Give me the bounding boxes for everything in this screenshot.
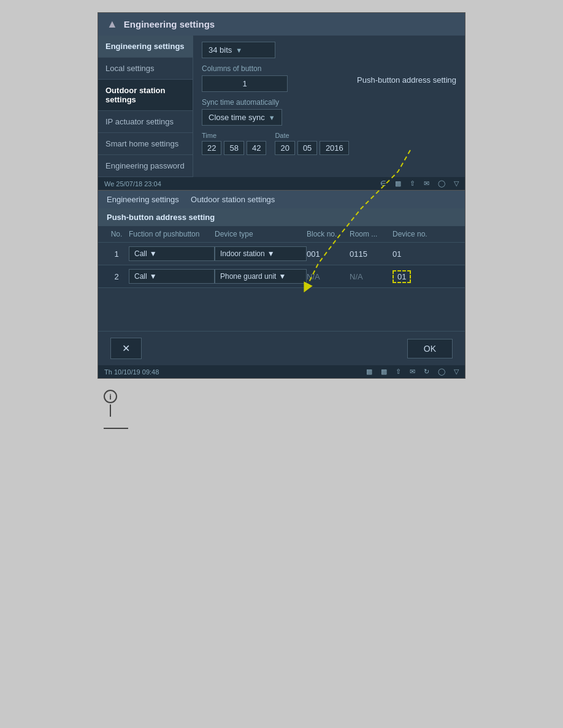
bits-value: 34 bits	[209, 45, 232, 55]
push-button-label: Push-button address setting	[357, 75, 456, 85]
table-header: No. Fuction of pushbutton Device type Bl…	[98, 226, 465, 243]
breadcrumb-1: Engineering settings	[107, 195, 179, 204]
breadcrumb-2: Outdoor station settings	[191, 195, 275, 204]
upload-icon: ⇧	[410, 180, 415, 188]
info-icon-area: i	[104, 390, 117, 417]
mail-icon: ✉	[424, 180, 429, 188]
info-icon: i	[104, 390, 117, 403]
row2-devno-highlighted[interactable]: 01	[393, 270, 411, 283]
sync-label: Sync time automatically	[202, 98, 456, 107]
nav-eng-password[interactable]: Engineering password	[98, 155, 193, 177]
sync-arrow-icon: ▼	[269, 114, 275, 121]
row1-func-val: Call	[134, 249, 147, 258]
time-sec[interactable]: 42	[247, 141, 266, 155]
row1-room: 0115	[350, 249, 393, 259]
row2-room: N/A	[350, 272, 393, 281]
row2-devtype: Phone guard unit ▼	[215, 269, 307, 284]
bits-dropdown[interactable]: 34 bits ▼	[202, 42, 275, 58]
row1-devtype-arrow: ▼	[267, 249, 275, 258]
row1-func-dropdown[interactable]: Call ▼	[129, 246, 215, 261]
upload-icon: ⇧	[396, 368, 401, 376]
breadcrumb: Engineering settings Outdoor station set…	[98, 191, 465, 208]
row1-no: 1	[104, 249, 129, 259]
row2-block: N/A	[307, 272, 350, 281]
time-min[interactable]: 58	[224, 141, 243, 155]
horizontal-rule	[104, 428, 128, 429]
row2-func-arrow: ▼	[150, 272, 157, 281]
bottom-status-icons: ▩ ▩ ⇧ ✉ ↻ ◯ ▽	[366, 368, 459, 376]
row1-devtype-dropdown[interactable]: Indoor station ▼	[215, 246, 307, 261]
columns-field-row: Columns of button Push-button address se…	[202, 64, 456, 92]
time-hour[interactable]: 22	[202, 141, 221, 155]
bell-icon: ▽	[454, 180, 459, 188]
bottom-panel: Engineering settings Outdoor station set…	[98, 191, 465, 379]
breadcrumb-sep	[183, 195, 187, 204]
sync-dropdown[interactable]: Close time sync ▼	[202, 109, 282, 126]
top-status-icons: ∈ ▩ ⇧ ✉ ◯ ▽	[380, 180, 459, 188]
table-row: 2 Call ▼ Phone guard unit ▼ N/A	[98, 265, 465, 288]
date-cells: 20 05 2016	[275, 141, 349, 155]
row2-func-val: Call	[134, 272, 147, 281]
date-label: Date	[275, 132, 349, 139]
bits-field-row: 34 bits ▼	[202, 42, 456, 58]
time-date-row: Time 22 58 42 Date 20 05	[202, 132, 456, 155]
date-group: Date 20 05 2016	[275, 132, 349, 155]
time-cells: 22 58 42	[202, 141, 266, 155]
columns-input[interactable]	[202, 75, 288, 92]
row1-devno: 01	[393, 249, 435, 259]
top-panel-title: Engineering settings	[124, 19, 215, 29]
row2-devno: 01	[393, 272, 435, 281]
row2-devtype-arrow: ▼	[278, 272, 286, 281]
bottom-buttons: ✕ OK	[98, 331, 465, 365]
monitor-icon: ▩	[395, 180, 401, 188]
ok-button[interactable]: OK	[407, 339, 453, 358]
sync-value: Close time sync	[209, 113, 265, 122]
row2-devtype-val: Phone guard unit	[220, 272, 276, 281]
sub-title: Push-button address setting	[107, 213, 215, 222]
col-header-devtype: Device type	[215, 230, 307, 238]
nav-local-settings[interactable]: Local settings	[98, 58, 193, 80]
sync-field-row: Sync time automatically Close time sync …	[202, 98, 456, 126]
sub-title-bar: Push-button address setting	[98, 208, 465, 226]
mail-icon: ✉	[410, 368, 415, 376]
row1-block: 001	[307, 249, 350, 259]
wifi-icon: ∈	[380, 180, 386, 188]
table-area: No. Fuction of pushbutton Device type Bl…	[98, 226, 465, 288]
col-header-no: No.	[104, 230, 129, 238]
table-row: 1 Call ▼ Indoor station ▼ 001	[98, 243, 465, 265]
monitor2-icon: ▩	[381, 368, 387, 376]
nav-ip-actuator[interactable]: IP actuator settings	[98, 111, 193, 133]
row1-func: Call ▼	[129, 246, 215, 261]
nav-engineering-settings[interactable]: Engineering settings	[98, 36, 193, 58]
nav-sidebar: Engineering settings Local settings Outd…	[98, 36, 193, 177]
top-panel-title-bar: ▲ Engineering settings	[98, 13, 465, 36]
row1-devtype-val: Indoor station	[220, 249, 265, 258]
col-header-room: Room ...	[350, 230, 393, 238]
date-year[interactable]: 2016	[320, 141, 349, 155]
refresh-icon: ↻	[424, 368, 429, 376]
date-month[interactable]: 05	[297, 141, 317, 155]
col-header-block: Block no.	[307, 230, 350, 238]
bell-icon: ▽	[454, 368, 459, 376]
bottom-status-left: Th 10/10/19 09:48	[104, 368, 159, 376]
date-day[interactable]: 20	[275, 141, 294, 155]
monitor-icon: ▩	[366, 368, 372, 376]
col-header-devno: Device no.	[393, 230, 435, 238]
row1-devtype: Indoor station ▼	[215, 246, 307, 261]
cancel-button[interactable]: ✕	[110, 338, 142, 359]
nav-smart-home[interactable]: Smart home settings	[98, 133, 193, 155]
top-status-bar: We 25/07/18 23:04 ∈ ▩ ⇧ ✉ ◯ ▽	[98, 177, 465, 190]
row2-devtype-dropdown[interactable]: Phone guard unit ▼	[215, 269, 307, 284]
back-icon[interactable]: ▲	[107, 18, 118, 31]
row1-func-arrow: ▼	[150, 249, 157, 258]
time-group: Time 22 58 42	[202, 132, 266, 155]
row2-func-dropdown[interactable]: Call ▼	[129, 269, 215, 284]
row2-func: Call ▼	[129, 269, 215, 284]
bottom-status-bar: Th 10/10/19 09:48 ▩ ▩ ⇧ ✉ ↻ ◯ ▽	[98, 365, 465, 378]
bits-arrow-icon: ▼	[236, 47, 242, 54]
col-header-func: Fuction of pushbutton	[129, 230, 215, 238]
top-status-left: We 25/07/18 23:04	[104, 180, 161, 188]
chat-icon: ◯	[438, 368, 445, 376]
top-panel: ▲ Engineering settings Engineering setti…	[98, 12, 465, 191]
nav-outdoor-station[interactable]: Outdoor station settings	[98, 80, 193, 111]
